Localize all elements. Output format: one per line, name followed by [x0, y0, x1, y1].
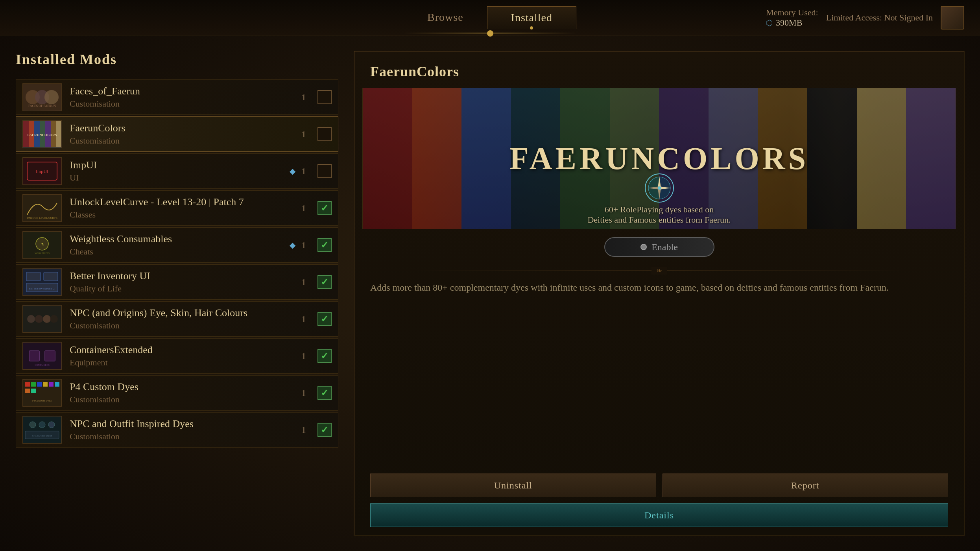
mod-thumb-img-faces: FACES OF FAERUN: [23, 84, 61, 111]
mod-right-faces: 1: [298, 90, 332, 104]
nav-ornament-line-left: [404, 33, 490, 33]
mod-checkbox-impui[interactable]: [317, 164, 332, 178]
report-button[interactable]: Report: [663, 474, 949, 497]
mod-category-containers: Equipment: [70, 358, 290, 368]
mod-version-weightless: 1: [298, 240, 310, 251]
compass-icon: [644, 172, 675, 204]
mod-category-faces: Customisation: [70, 99, 290, 109]
mod-checkbox-faces[interactable]: [317, 90, 332, 104]
mod-info-containers: ContainersExtended Equipment: [70, 344, 290, 368]
user-access-label: Limited Access: Not Signed In: [826, 13, 933, 23]
svg-rect-42: [49, 382, 54, 387]
mod-right-p4dyes: 1: [298, 386, 332, 400]
mod-thumbnail-faces: FACES OF FAERUN: [22, 83, 62, 111]
svg-rect-43: [55, 382, 59, 387]
nav-ornament: [487, 30, 493, 37]
mod-item-impui[interactable]: ImpUI ImpUI UI ◆ 1: [16, 153, 338, 189]
uninstall-button[interactable]: Uninstall: [370, 474, 656, 497]
detail-divider: ❧: [415, 265, 903, 276]
svg-text:FAERUNCOLORS: FAERUNCOLORS: [28, 133, 57, 137]
mod-detail-panel: FaerunColors: [354, 51, 964, 535]
mod-thumbnail-weightless: ⚗ WEIGHTLESS: [22, 231, 62, 259]
mod-item-p4dyes[interactable]: P4 CUSTOM DYES P4 Custom Dyes Customisat…: [16, 375, 338, 411]
mod-version-npchair: 1: [298, 314, 310, 324]
mod-item-npcoutfit[interactable]: NPC OUTFIT DYES NPC and Outfit Inspired …: [16, 412, 338, 448]
tab-browse[interactable]: Browse: [404, 6, 487, 29]
mod-right-npchair: 1: [298, 312, 332, 326]
mod-item-weightless[interactable]: ⚗ WEIGHTLESS Weightless Consumables Chea…: [16, 227, 338, 263]
mod-info-faeruncolors: FaerunColors Customisation: [70, 122, 290, 146]
svg-text:P4 CUSTOM DYES: P4 CUSTOM DYES: [32, 400, 52, 402]
mod-thumb-img-faeruncolors: FAERUNCOLORS: [23, 121, 61, 147]
mod-item-betterinventory[interactable]: BETTER INVENTORY UI Better Inventory UI …: [16, 264, 338, 300]
mod-name-faeruncolors: FaerunColors: [70, 122, 290, 134]
memory-label: Memory Used:: [766, 7, 818, 18]
mod-version-faeruncolors: 1: [298, 129, 310, 140]
mod-item-unlock[interactable]: UNLOCK LEVEL CURVE UnlockLevelCurve - Le…: [16, 190, 338, 226]
mod-checkbox-npchair[interactable]: [317, 312, 332, 326]
mod-info-faces: Faces_of_Faerun Customisation: [70, 85, 290, 109]
enable-button[interactable]: Enable: [604, 237, 714, 257]
enable-dot: [640, 244, 647, 250]
tab-installed[interactable]: Installed: [487, 6, 576, 29]
svg-text:UNLOCK LEVEL CURVE: UNLOCK LEVEL CURVE: [27, 216, 57, 219]
mod-checkbox-containers[interactable]: [317, 349, 332, 363]
mod-right-unlock: 1: [298, 201, 332, 215]
action-buttons-row: Uninstall Report: [370, 474, 948, 497]
svg-rect-38: [25, 382, 30, 387]
mod-checkbox-faeruncolors[interactable]: [317, 127, 332, 141]
svg-text:CONTAINERS: CONTAINERS: [35, 364, 50, 366]
mod-version-p4dyes: 1: [298, 388, 310, 398]
mod-right-npcoutfit: 1: [298, 423, 332, 437]
detail-divider-ornament: ❧: [651, 267, 667, 275]
mod-checkbox-unlock[interactable]: [317, 201, 332, 215]
mod-right-impui: ◆ 1: [290, 164, 332, 178]
svg-point-29: [27, 315, 35, 323]
mod-name-containers: ContainersExtended: [70, 344, 290, 356]
mod-right-betterinventory: 1: [298, 275, 332, 289]
mod-item-faeruncolors[interactable]: FAERUNCOLORS FaerunColors Customisation …: [16, 116, 338, 152]
svg-point-48: [30, 422, 36, 428]
nav-tabs: Browse Installed: [404, 6, 576, 29]
mod-thumb-img-impui: ImpUI: [23, 158, 61, 184]
avatar[interactable]: [941, 6, 964, 29]
mod-name-weightless: Weightless Consumables: [70, 233, 282, 245]
svg-text:WEIGHTLESS: WEIGHTLESS: [35, 252, 50, 254]
memory-value-row: ⬡ 390MB: [766, 18, 818, 28]
mod-info-impui: ImpUI UI: [70, 159, 282, 183]
diamond-icon-weightless: ◆: [290, 240, 295, 250]
details-button[interactable]: Details: [370, 503, 948, 527]
mod-category-p4dyes: Customisation: [70, 394, 290, 405]
mod-version-betterinventory: 1: [298, 277, 310, 287]
mod-checkbox-weightless[interactable]: [317, 238, 332, 252]
mod-item-containers[interactable]: CONTAINERS ContainersExtended Equipment …: [16, 338, 338, 374]
mod-checkbox-betterinventory[interactable]: [317, 275, 332, 289]
mod-category-faeruncolors: Customisation: [70, 136, 290, 146]
mod-item-faces[interactable]: FACES OF FAERUN Faces_of_Faerun Customis…: [16, 79, 338, 115]
mod-info-weightless: Weightless Consumables Cheats: [70, 233, 282, 257]
mod-version-impui: 1: [298, 166, 310, 177]
svg-text:BETTER INVENTORY UI: BETTER INVENTORY UI: [29, 287, 55, 290]
svg-point-31: [43, 315, 51, 323]
mod-thumb-img-npchair: [23, 306, 61, 332]
mod-thumb-img-betterinventory: BETTER INVENTORY UI: [23, 269, 61, 295]
mod-thumb-img-weightless: ⚗ WEIGHTLESS: [23, 232, 61, 258]
mod-right-weightless: ◆ 1: [290, 238, 332, 252]
mod-thumb-img-npcoutfit: NPC OUTFIT DYES: [23, 416, 61, 443]
mod-thumbnail-npchair: [22, 305, 62, 333]
svg-rect-34: [29, 351, 39, 361]
mod-thumb-img-containers: CONTAINERS: [23, 343, 61, 369]
mod-thumbnail-p4dyes: P4 CUSTOM DYES: [22, 379, 62, 407]
mod-info-npcoutfit: NPC and Outfit Inspired Dyes Customisati…: [70, 418, 290, 442]
panel-title: Installed Mods: [16, 51, 338, 68]
svg-text:⚗: ⚗: [41, 243, 44, 246]
mod-checkbox-npcoutfit[interactable]: [317, 423, 332, 437]
svg-point-50: [48, 422, 55, 428]
mod-item-npchair[interactable]: NPC (and Origins) Eye, Skin, Hair Colour…: [16, 301, 338, 337]
mod-category-npchair: Customisation: [70, 321, 290, 331]
mod-checkbox-p4dyes[interactable]: [317, 386, 332, 400]
mod-thumbnail-unlock: UNLOCK LEVEL CURVE: [22, 194, 62, 222]
svg-rect-40: [37, 382, 42, 387]
mod-list-panel: Installed Mods FACES OF FAERUN: [16, 51, 338, 535]
mod-name-faces: Faces_of_Faerun: [70, 85, 290, 97]
